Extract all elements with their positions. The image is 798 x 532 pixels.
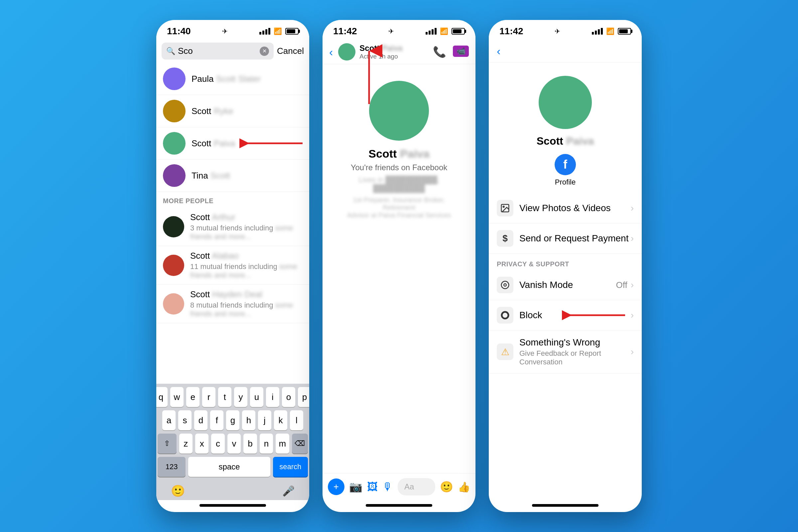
vanish-value: Off bbox=[616, 280, 627, 290]
more-item-1[interactable]: Scott Arthur 3 mutual friends including … bbox=[156, 208, 309, 246]
battery-icon-1 bbox=[285, 28, 299, 35]
key-y[interactable]: y bbox=[234, 387, 247, 407]
menu-item-vanish[interactable]: Vanish Mode Off › bbox=[489, 270, 642, 300]
back-button-3[interactable]: ‹ bbox=[497, 44, 500, 58]
key-q[interactable]: q bbox=[156, 387, 168, 407]
status-icons-1: 📶 bbox=[259, 27, 299, 35]
message-input[interactable]: Aa bbox=[398, 478, 435, 495]
key-i[interactable]: i bbox=[266, 387, 279, 407]
result-name-1: Paula Scott Slater bbox=[191, 74, 261, 84]
key-shift[interactable]: ⇧ bbox=[158, 434, 176, 454]
key-r[interactable]: r bbox=[202, 387, 215, 407]
status-time-3: 11:42 bbox=[499, 26, 524, 37]
result-item-2[interactable]: Scott Ryke bbox=[156, 95, 309, 127]
key-n[interactable]: n bbox=[260, 434, 273, 454]
avatar-1 bbox=[163, 68, 186, 90]
report-label-wrap: Something's Wrong Give Feedback or Repor… bbox=[519, 337, 631, 366]
status-bar-2: 11:42 ✈ 📶 bbox=[323, 20, 475, 40]
key-f[interactable]: f bbox=[210, 410, 224, 430]
key-p[interactable]: p bbox=[298, 387, 309, 407]
red-arrow-up bbox=[349, 44, 389, 111]
search-clear-button[interactable]: ✕ bbox=[260, 46, 269, 56]
home-bar-1 bbox=[200, 504, 266, 507]
key-123[interactable]: 123 bbox=[158, 457, 186, 477]
home-bar-3 bbox=[532, 504, 598, 507]
key-v[interactable]: v bbox=[227, 434, 241, 454]
emoji-key[interactable]: 🙂 bbox=[171, 484, 185, 497]
result-item-3[interactable]: Scott Paiva bbox=[156, 127, 309, 159]
privacy-section-header: PRIVACY & SUPPORT bbox=[489, 254, 642, 270]
profile-link-wrap[interactable]: f Profile bbox=[555, 154, 576, 187]
key-k[interactable]: k bbox=[274, 410, 287, 430]
key-e[interactable]: e bbox=[186, 387, 200, 407]
key-z[interactable]: z bbox=[179, 434, 192, 454]
block-icon bbox=[497, 307, 513, 324]
cancel-button[interactable]: Cancel bbox=[277, 46, 304, 56]
job-info: 1st Preparer, Insurance Broker, Retireme… bbox=[323, 196, 475, 219]
wifi-icon-2: 📶 bbox=[440, 27, 448, 35]
lives-info: Lives in ██████████,██████████ bbox=[345, 175, 453, 193]
keyboard-bottom-row: 🙂 🎤 bbox=[158, 480, 308, 500]
video-call-button[interactable]: 📹 bbox=[453, 45, 469, 57]
emoji-button[interactable]: 🙂 bbox=[440, 480, 453, 493]
back-button-2[interactable]: ‹ bbox=[329, 45, 333, 58]
key-l[interactable]: l bbox=[290, 410, 303, 430]
search-results: Paula Scott Slater Scott Ryke Scott Paiv… bbox=[156, 63, 309, 384]
key-space[interactable]: space bbox=[188, 457, 270, 477]
report-sub: Give Feedback or Report Conversation bbox=[519, 349, 631, 366]
key-o[interactable]: o bbox=[282, 387, 295, 407]
key-a[interactable]: a bbox=[162, 410, 175, 430]
image-button[interactable]: 🖼 bbox=[367, 481, 378, 493]
add-button[interactable]: + bbox=[328, 478, 344, 495]
key-u[interactable]: u bbox=[250, 387, 263, 407]
key-delete[interactable]: ⌫ bbox=[292, 434, 308, 454]
key-d[interactable]: d bbox=[194, 410, 208, 430]
status-time-1: 11:40 bbox=[167, 26, 191, 37]
svg-point-4 bbox=[501, 281, 509, 289]
keyboard: q w e r t y u i o p a s d f g h j k l ⇧ … bbox=[156, 384, 309, 500]
key-h[interactable]: h bbox=[242, 410, 255, 430]
red-arrow-block bbox=[562, 308, 628, 322]
key-x[interactable]: x bbox=[195, 434, 208, 454]
key-g[interactable]: g bbox=[226, 410, 240, 430]
more-item-2[interactable]: Scott Alabao 11 mutual friends including… bbox=[156, 246, 309, 285]
key-j[interactable]: j bbox=[258, 410, 271, 430]
menu-item-block[interactable]: Block › bbox=[489, 300, 642, 330]
result-item-4[interactable]: Tina Scott bbox=[156, 159, 309, 192]
menu-item-report[interactable]: ⚠ Something's Wrong Give Feedback or Rep… bbox=[489, 330, 642, 374]
photos-icon bbox=[497, 200, 513, 216]
menu-item-photos[interactable]: View Photos & Videos › bbox=[489, 193, 642, 224]
mic-key[interactable]: 🎤 bbox=[282, 485, 294, 497]
key-search[interactable]: search bbox=[273, 457, 308, 477]
key-b[interactable]: b bbox=[243, 434, 257, 454]
status-bar-3: 11:42 ✈ 📶 bbox=[489, 20, 642, 40]
friends-label: You're friends on Facebook bbox=[351, 163, 448, 172]
mic-button[interactable]: 🎙 bbox=[382, 481, 393, 493]
phone-call-button[interactable]: 📞 bbox=[433, 45, 446, 58]
search-icon: 🔍 bbox=[166, 47, 175, 56]
result-name-2: Scott Ryke bbox=[191, 106, 233, 116]
key-w[interactable]: w bbox=[170, 387, 184, 407]
photos-label-wrap: View Photos & Videos bbox=[519, 203, 631, 213]
search-bar: 🔍 Sco ✕ Cancel bbox=[156, 40, 309, 63]
status-icons-2: 📶 bbox=[425, 27, 465, 35]
camera-button[interactable]: 📷 bbox=[349, 480, 362, 493]
avatar-more-3 bbox=[163, 293, 184, 315]
facebook-icon: f bbox=[555, 154, 576, 175]
like-button[interactable]: 👍 bbox=[458, 481, 470, 493]
phone-2: 11:42 ✈ 📶 ‹ Scott Paiva Active 1h ago 📞 bbox=[323, 20, 475, 512]
key-s[interactable]: s bbox=[178, 410, 191, 430]
more-item-3[interactable]: Scott Hayden Deal 8 mutual friends inclu… bbox=[156, 285, 309, 323]
battery-fill-2 bbox=[453, 29, 461, 33]
search-input-wrap[interactable]: 🔍 Sco ✕ bbox=[162, 42, 274, 59]
key-m[interactable]: m bbox=[276, 434, 289, 454]
menu-item-payment[interactable]: $ Send or Request Payment › bbox=[489, 224, 642, 254]
key-t[interactable]: t bbox=[218, 387, 231, 407]
key-c[interactable]: c bbox=[211, 434, 225, 454]
status-icons-3: 📶 bbox=[592, 27, 631, 35]
battery-icon-2 bbox=[452, 28, 465, 35]
search-input-text[interactable]: Sco bbox=[178, 46, 257, 56]
payment-label: Send or Request Payment bbox=[519, 233, 631, 244]
keyboard-row-4: 123 space search bbox=[158, 457, 308, 477]
result-item-1[interactable]: Paula Scott Slater bbox=[156, 63, 309, 95]
